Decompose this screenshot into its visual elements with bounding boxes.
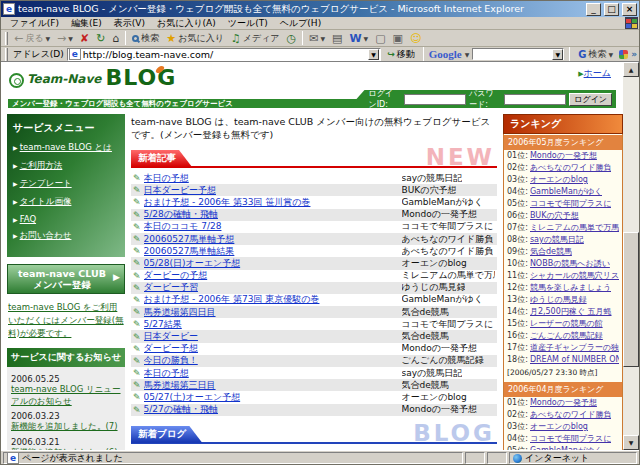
google-pagerank-icon[interactable]	[619, 50, 628, 59]
article-title-link[interactable]: 20060527馬単軸結果	[144, 245, 402, 258]
article-title-link[interactable]: おまけ予想 - 2006年 第73回 東京優駿の巻	[144, 293, 402, 306]
service-menu-link[interactable]: ▶ FAQ	[13, 214, 119, 224]
messenger-button[interactable]: ☺	[407, 32, 424, 45]
google-search-options-icon[interactable]: ▼	[609, 51, 614, 58]
article-title-link[interactable]: 05/28(日)オーエン予想	[144, 257, 402, 270]
menu-item[interactable]: ツール(T)	[222, 17, 274, 30]
ranking-blog-link[interactable]: 道産子ギャンブラーの独り言	[530, 342, 619, 354]
minimize-button[interactable]: _	[586, 3, 601, 16]
menu-item[interactable]: お気に入り(A)	[151, 17, 222, 30]
edit-in-word-button[interactable]: W▼	[346, 32, 371, 45]
service-menu-link[interactable]: ▶ タイトル画像	[13, 196, 119, 208]
article-title-link[interactable]: ダービーの予想	[144, 269, 402, 282]
article-title-link[interactable]: 日本ダービー	[144, 330, 402, 343]
forward-dropdown-icon[interactable]: ▼	[68, 35, 73, 42]
service-menu-link[interactable]: ▶ ご利用方法	[13, 160, 119, 172]
member-register-button[interactable]: team-nave CLUB メンバー登録 ▶	[7, 264, 125, 294]
article-title-link[interactable]: 5/27結果	[144, 318, 402, 331]
scroll-up-icon[interactable]: ▲	[623, 62, 639, 77]
password-input[interactable]	[504, 94, 566, 105]
menu-item[interactable]: 編集(E)	[65, 17, 108, 30]
article-title-link[interactable]: 20060527馬単軸予想	[144, 233, 402, 246]
menu-item[interactable]: ヘルプ(H)	[274, 17, 327, 30]
ranking-blog-link[interactable]: Mondoの一発予想	[530, 397, 597, 409]
ranking-blog-link[interactable]: ごんごんの競馬記録	[530, 330, 603, 342]
search-button[interactable]: 検索	[129, 31, 162, 46]
login-id-input[interactable]	[404, 94, 466, 105]
article-title-link[interactable]: 本日の予想	[144, 367, 402, 380]
addressbar-grip[interactable]	[5, 48, 8, 61]
ranking-blog-link[interactable]: あべちなのワイド勝負	[530, 162, 612, 174]
article-title-link[interactable]: おまけ予想 - 2006年 第33回 笹川賞の巻	[144, 196, 402, 209]
ranking-blog-link[interactable]: ゆうじの馬見録	[530, 294, 587, 306]
article-title-link[interactable]: 5/27の確軸・飛軸	[144, 403, 402, 416]
article-title-link[interactable]: ダービー予習	[144, 281, 402, 294]
article-title-link[interactable]: 本日のココモ 7/28	[144, 220, 402, 233]
login-button[interactable]: ログイン	[569, 93, 612, 106]
ranking-blog-link[interactable]: シャカールの競馬穴リスト	[530, 270, 619, 282]
refresh-button[interactable]: ↻	[93, 32, 108, 45]
article-title-link[interactable]: 馬券道場第四日目	[144, 306, 402, 319]
home-link[interactable]: ホーム	[584, 68, 611, 78]
service-menu-link[interactable]: ▶ テンプレート	[13, 178, 119, 190]
media-button[interactable]: ♫メディア	[228, 31, 283, 46]
ranking-blog-link[interactable]: GambleManがゆく	[530, 186, 603, 198]
google-search-dropdown-icon[interactable]: ▼	[552, 49, 563, 60]
ranking-blog-link[interactable]: Mondoの一発予想	[530, 150, 597, 162]
back-button[interactable]: ←戻る▼	[11, 31, 53, 46]
ranking-blog-link[interactable]: ココモで年間プラスに	[530, 433, 612, 445]
home-button[interactable]: ⌂	[109, 32, 122, 45]
ranking-blog-link[interactable]: 気合de競馬	[530, 246, 572, 258]
ranking-blog-link[interactable]: オーエンのblog	[530, 421, 588, 433]
announcement-link[interactable]: team-nave BLOG リニューアルのお知らせ	[11, 384, 121, 407]
announcement-link[interactable]: 新機能を追加しました。(7)	[11, 421, 121, 432]
mail-button[interactable]: ✉▼	[306, 32, 328, 45]
article-title-link[interactable]: 今日の勝負！	[144, 354, 402, 367]
edit-dropdown-icon[interactable]: ▼	[364, 35, 369, 42]
address-input[interactable]	[83, 49, 366, 60]
ranking-blog-link[interactable]: 競馬を楽しみましょう	[530, 282, 611, 294]
mail-dropdown-icon[interactable]: ▼	[320, 35, 325, 42]
google-dropdown-icon[interactable]: ▼	[465, 51, 470, 58]
print-button[interactable]: ▤	[329, 32, 345, 45]
ranking-blog-link[interactable]: 月2,500円稼ぐ 五月蝿	[530, 306, 612, 318]
ranking-blog-link[interactable]: オーエンのblog	[530, 174, 588, 186]
ranking-blog-link[interactable]: あべちなのワイド勝負	[530, 409, 612, 421]
stop-button[interactable]: ✘	[77, 32, 92, 45]
back-dropdown-icon[interactable]: ▼	[45, 35, 50, 42]
ranking-blog-link[interactable]: DREAM of NUMBER ONE	[530, 354, 619, 366]
ranking-blog-link[interactable]: sayの競馬日記	[530, 234, 584, 246]
ranking-blog-link[interactable]: BUKの穴予想	[530, 210, 579, 222]
go-button[interactable]: ↪移動	[384, 48, 418, 61]
article-title-link[interactable]: ダービー予想	[144, 342, 402, 355]
research-button[interactable]: ▣	[390, 32, 406, 45]
article-title-link[interactable]: 05/27(土)オーエン予想	[144, 391, 402, 404]
vertical-scrollbar[interactable]: ▲ ▼	[623, 62, 639, 450]
article-title-link[interactable]: 日本ダービー予想	[144, 184, 402, 197]
ranking-blog-link[interactable]: レーザーの競馬の館	[530, 318, 603, 330]
ranking-blog-link[interactable]: ココモで年間プラスに	[530, 198, 612, 210]
scrollbar-thumb[interactable]	[623, 232, 639, 367]
restore-button[interactable]: □	[604, 3, 619, 16]
history-button[interactable]: ◷	[284, 32, 300, 45]
service-menu-link[interactable]: ▶ お問い合わせ	[13, 230, 119, 242]
discuss-button[interactable]: ▢	[372, 32, 388, 45]
toolbar-grip[interactable]	[5, 32, 8, 45]
ranking-blog-link[interactable]: ミレニアムの馬単で万馬券を	[530, 222, 619, 234]
forward-button[interactable]: →▼	[54, 32, 76, 45]
announcement-link[interactable]: 新機能を追加しました。(6)	[11, 447, 121, 450]
ranking-blog-link[interactable]: GambleManがゆく	[530, 445, 603, 450]
article-title-link[interactable]: 5/28の確軸・飛軸	[144, 208, 402, 221]
favorites-button[interactable]: ★お気に入り	[163, 31, 227, 46]
article-title-link[interactable]: 馬券道場第三日目	[144, 379, 402, 392]
service-menu-link[interactable]: ▶ team-nave BLOG とは	[13, 142, 119, 154]
article-title-link[interactable]: 本日の予想	[144, 172, 402, 185]
menu-item[interactable]: 表示(V)	[108, 17, 151, 30]
address-dropdown-icon[interactable]: ▼	[368, 49, 379, 60]
toolbar-overflow-chevron[interactable]: »	[631, 49, 637, 59]
menu-item[interactable]: ファイル(F)	[4, 17, 65, 30]
google-search-input[interactable]	[473, 49, 552, 59]
google-search-button[interactable]: G検索▼	[575, 47, 616, 62]
ranking-blog-link[interactable]: NOBBの競馬へお誘い	[530, 258, 610, 270]
close-button[interactable]: ×	[622, 3, 637, 16]
